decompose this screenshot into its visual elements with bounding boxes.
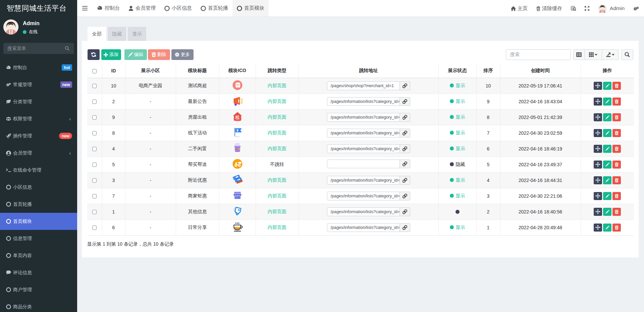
svg-text:租: 租 [235, 115, 240, 120]
svg-text:A: A [574, 8, 576, 10]
svg-text:二手: 二手 [235, 148, 240, 151]
svg-text:¥: ¥ [236, 128, 238, 132]
